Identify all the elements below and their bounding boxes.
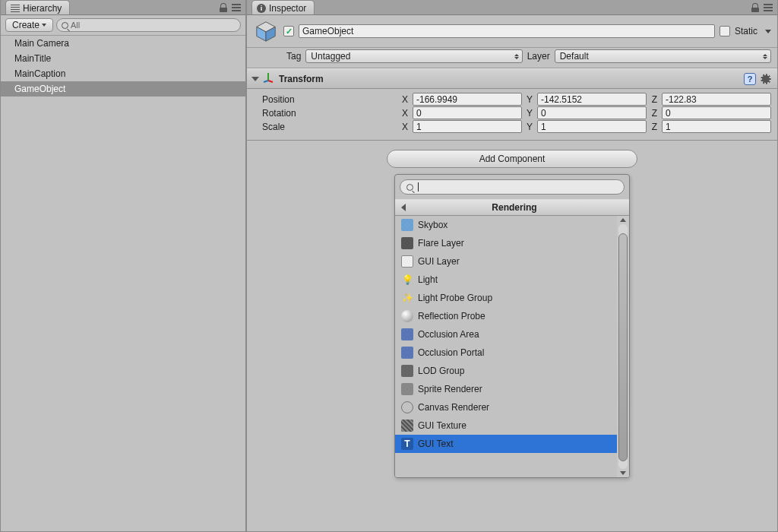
axis-label-x: X bbox=[400, 94, 410, 105]
scroll-up-icon[interactable] bbox=[620, 218, 626, 222]
axis-label-y: Y bbox=[525, 122, 534, 132]
help-icon[interactable]: ? bbox=[744, 73, 756, 85]
search-icon bbox=[406, 184, 413, 191]
transform-body: PositionXYZRotationXYZScaleXYZ bbox=[247, 89, 777, 141]
transform-header[interactable]: Transform ? bbox=[247, 68, 777, 89]
component-menu-item-label: Reflection Probe bbox=[418, 311, 485, 321]
static-checkbox[interactable] bbox=[719, 26, 730, 36]
tab-inspector[interactable]: i Inspector bbox=[251, 0, 315, 14]
hierarchy-item[interactable]: Main Camera bbox=[1, 36, 245, 51]
static-label: Static bbox=[735, 26, 757, 36]
add-component-label: Add Component bbox=[479, 154, 546, 164]
create-button[interactable]: Create bbox=[5, 18, 53, 32]
hierarchy-item[interactable]: GameObject bbox=[1, 81, 245, 97]
panel-menu-icon[interactable] bbox=[764, 4, 773, 11]
updown-caret-icon bbox=[763, 54, 767, 59]
guilayer-icon bbox=[401, 255, 413, 268]
rprobe-icon bbox=[401, 310, 413, 322]
component-menu-item-label: GUI Text bbox=[418, 439, 453, 449]
transform-position-x-input[interactable] bbox=[413, 93, 522, 106]
flare-icon bbox=[401, 237, 413, 249]
hierarchy-item[interactable]: MainCaption bbox=[1, 66, 245, 81]
hierarchy-search-input[interactable]: All bbox=[56, 18, 241, 32]
axis-label-y: Y bbox=[525, 94, 534, 105]
component-menu-item[interactable]: ✨Light Probe Group bbox=[395, 289, 617, 307]
axis-label-z: Z bbox=[650, 122, 659, 132]
tab-inspector-label: Inspector bbox=[269, 3, 306, 14]
scroll-down-icon[interactable] bbox=[620, 471, 626, 475]
guitex-icon bbox=[401, 420, 413, 432]
tab-hierarchy-label: Hierarchy bbox=[23, 3, 62, 14]
scroll-thumb[interactable] bbox=[618, 233, 628, 461]
component-menu-item[interactable]: Skybox bbox=[395, 216, 617, 234]
component-menu-item-label: GUI Layer bbox=[418, 256, 460, 267]
oportal-icon bbox=[401, 347, 413, 359]
tag-value: Untagged bbox=[311, 51, 350, 62]
hierarchy-item[interactable]: MainTitle bbox=[1, 51, 245, 66]
transform-position-y-input[interactable] bbox=[537, 93, 647, 106]
transform-position-z-input[interactable] bbox=[662, 93, 771, 106]
hierarchy-panel: Hierarchy Create All Main CameraMainTitl… bbox=[0, 0, 246, 532]
component-menu-item-label: LOD Group bbox=[418, 366, 464, 376]
layer-value: Default bbox=[560, 51, 589, 62]
axis-label-z: Z bbox=[650, 94, 659, 105]
component-menu-item-label: Flare Layer bbox=[418, 238, 464, 249]
gameobject-name-input[interactable] bbox=[299, 24, 715, 38]
text-cursor bbox=[418, 182, 419, 192]
component-menu-item-label: Occlusion Area bbox=[418, 329, 479, 340]
component-menu-item-label: Canvas Renderer bbox=[418, 402, 489, 413]
transform-rotation-x-input[interactable] bbox=[413, 106, 522, 119]
component-menu-item[interactable]: GUI Layer bbox=[395, 252, 617, 271]
hierarchy-search-placeholder: All bbox=[71, 21, 80, 30]
component-menu-item[interactable]: Occlusion Area bbox=[395, 325, 617, 344]
transform-scale-z-input[interactable] bbox=[662, 120, 771, 133]
property-label: Position bbox=[253, 94, 397, 105]
inspector-icon: i bbox=[257, 4, 266, 13]
component-menu-item-label: Light Probe Group bbox=[418, 293, 492, 303]
tag-dropdown[interactable]: Untagged bbox=[305, 49, 522, 63]
tab-hierarchy[interactable]: Hierarchy bbox=[5, 0, 70, 14]
component-menu-item-label: Light bbox=[418, 274, 438, 285]
component-menu-item[interactable]: Reflection Probe bbox=[395, 307, 617, 325]
component-menu-item[interactable]: Canvas Renderer bbox=[395, 398, 617, 416]
component-menu-item-label: Skybox bbox=[418, 220, 448, 230]
guitext-icon: T bbox=[401, 438, 413, 450]
lock-icon[interactable] bbox=[751, 3, 759, 12]
transform-scale-x-input[interactable] bbox=[413, 120, 522, 133]
transform-axes-icon bbox=[262, 71, 274, 86]
component-category-title: Rendering bbox=[406, 202, 623, 213]
inspector-tabbar: i Inspector bbox=[247, 0, 777, 15]
transform-scale-y-input[interactable] bbox=[537, 120, 647, 133]
component-menu-item[interactable]: GUI Texture bbox=[395, 416, 617, 435]
layer-dropdown[interactable]: Default bbox=[555, 49, 771, 63]
axis-label-y: Y bbox=[525, 108, 534, 119]
gameobject-cube-icon[interactable] bbox=[253, 18, 279, 44]
component-menu-item[interactable]: LOD Group bbox=[395, 362, 617, 380]
panel-menu-icon[interactable] bbox=[232, 4, 241, 11]
hierarchy-icon bbox=[11, 5, 20, 12]
component-menu-item[interactable]: 💡Light bbox=[395, 271, 617, 289]
hierarchy-tabbar: Hierarchy bbox=[1, 0, 245, 15]
transform-rotation-y-input[interactable] bbox=[537, 106, 647, 119]
scrollbar[interactable] bbox=[617, 216, 629, 477]
property-label: Rotation bbox=[253, 108, 397, 119]
static-dropdown-caret[interactable] bbox=[765, 30, 771, 33]
component-menu-item[interactable]: TGUI Text bbox=[395, 435, 617, 453]
component-menu-item[interactable]: Sprite Renderer bbox=[395, 380, 617, 398]
component-list[interactable]: SkyboxFlare LayerGUI Layer💡Light✨Light P… bbox=[395, 216, 617, 477]
tag-label: Tag bbox=[286, 51, 301, 62]
component-search-input[interactable] bbox=[400, 179, 625, 195]
hierarchy-list[interactable]: Main CameraMainTitleMainCaptionGameObjec… bbox=[1, 36, 245, 531]
transform-rotation-z-input[interactable] bbox=[662, 106, 771, 119]
scroll-track[interactable] bbox=[618, 224, 628, 469]
lock-icon[interactable] bbox=[220, 3, 227, 12]
add-component-button[interactable]: Add Component bbox=[387, 150, 637, 168]
gear-icon[interactable] bbox=[761, 74, 771, 84]
axis-label-z: Z bbox=[650, 108, 659, 119]
lod-icon bbox=[401, 365, 413, 377]
component-menu-item[interactable]: Flare Layer bbox=[395, 234, 617, 252]
gameobject-enabled-checkbox[interactable] bbox=[283, 26, 294, 36]
component-menu-item[interactable]: Occlusion Portal bbox=[395, 344, 617, 362]
oarea-icon bbox=[401, 328, 413, 340]
updown-caret-icon bbox=[514, 54, 519, 59]
